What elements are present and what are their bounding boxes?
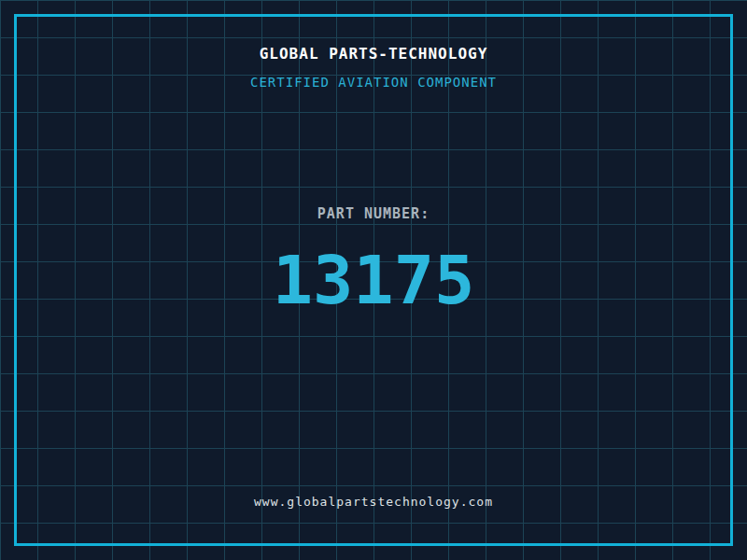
certification-tagline: CERTIFIED AVIATION COMPONENT [0,75,747,90]
blueprint-part-card: { "header": { "company_name": "GLOBAL PA… [0,0,747,560]
part-number-label: PART NUMBER: [0,205,747,222]
company-name-title: GLOBAL PARTS-TECHNOLOGY [0,45,747,63]
website-url: www.globalpartstechnology.com [0,495,747,509]
part-number-value: 13175 [0,246,747,314]
